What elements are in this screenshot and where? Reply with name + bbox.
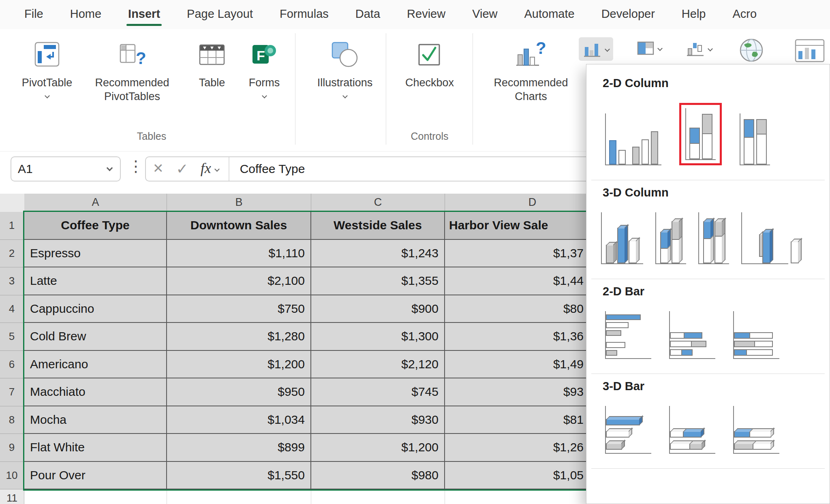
- cell[interactable]: Espresso: [24, 240, 167, 268]
- insert-statistic-chart-button[interactable]: [682, 37, 716, 60]
- cell[interactable]: $2,100: [167, 267, 311, 295]
- clustered-column-3d-icon[interactable]: [601, 212, 643, 264]
- cell[interactable]: $1,550: [167, 462, 311, 490]
- cell[interactable]: Mocha: [24, 406, 167, 434]
- insert-map-chart-button[interactable]: [734, 34, 768, 66]
- cell[interactable]: Flat White: [24, 434, 167, 462]
- row-header-6[interactable]: 6: [0, 351, 24, 379]
- row-header-11[interactable]: 11: [0, 489, 24, 504]
- cell[interactable]: $899: [167, 434, 311, 462]
- column-header-c[interactable]: C: [311, 194, 445, 212]
- table-icon: [199, 34, 225, 75]
- cell[interactable]: [311, 489, 445, 504]
- table-button[interactable]: Table: [190, 34, 234, 90]
- section-divider: [591, 374, 825, 374]
- cancel-icon[interactable]: ×: [146, 158, 171, 179]
- menu-tab-home[interactable]: Home: [60, 2, 112, 28]
- cell[interactable]: $1,355: [311, 267, 445, 295]
- column-chart-icon: [583, 41, 601, 58]
- cell[interactable]: Americano: [24, 351, 167, 379]
- illustrations-label: Illustrations: [317, 76, 373, 90]
- stacked-bar-icon[interactable]: [669, 311, 715, 359]
- clustered-bar-icon[interactable]: [605, 311, 651, 359]
- clustered-bar-3d-icon[interactable]: [605, 406, 651, 454]
- cell[interactable]: Cold Brew: [24, 323, 167, 351]
- menu-tab-insert[interactable]: Insert: [118, 2, 171, 28]
- menu-tab-file[interactable]: File: [14, 2, 54, 28]
- row-header-2[interactable]: 2: [0, 240, 24, 268]
- active-cell[interactable]: Coffee Type: [24, 212, 167, 240]
- row-header-10[interactable]: 10: [0, 462, 24, 490]
- cell[interactable]: $980: [311, 462, 445, 490]
- row-header-9[interactable]: 9: [0, 434, 24, 462]
- stacked-column-icon[interactable]: [685, 108, 716, 160]
- menu-tab-acrobat[interactable]: Acro: [722, 2, 767, 28]
- row-header-4[interactable]: 4: [0, 295, 24, 323]
- illustrations-button[interactable]: Illustrations: [306, 34, 383, 98]
- cell[interactable]: $1,243: [311, 240, 445, 268]
- column-header-a[interactable]: A: [24, 194, 167, 212]
- cell[interactable]: $950: [167, 378, 311, 406]
- svg-text:?: ?: [136, 49, 145, 67]
- cell[interactable]: [24, 489, 167, 504]
- cell[interactable]: $745: [311, 378, 445, 406]
- cell[interactable]: $2,120: [311, 351, 445, 379]
- column-3d-icon[interactable]: [741, 212, 788, 264]
- menu-tab-data[interactable]: Data: [345, 2, 391, 28]
- recommended-pivottables-button[interactable]: ? Recommended PivotTables: [83, 34, 181, 104]
- row-header-7[interactable]: 7: [0, 378, 24, 406]
- cell[interactable]: $1,034: [167, 406, 311, 434]
- cell-area: Coffee Type Downtown Sales Westside Sale…: [24, 212, 620, 504]
- ribbon-tab-bar: File Home Insert Page Layout Formulas Da…: [0, 0, 830, 29]
- menu-tab-help[interactable]: Help: [671, 2, 717, 28]
- insert-function-icon[interactable]: fx: [194, 160, 215, 178]
- svg-text:?: ?: [536, 41, 546, 58]
- name-box[interactable]: A1: [11, 156, 121, 182]
- cell[interactable]: Latte: [24, 267, 167, 295]
- cell[interactable]: [167, 489, 311, 504]
- cell[interactable]: $1,300: [311, 323, 445, 351]
- menu-tab-automate[interactable]: Automate: [514, 2, 585, 28]
- cell[interactable]: $750: [167, 295, 311, 323]
- stacked-100-column-3d-icon[interactable]: [698, 212, 729, 264]
- insert-column-or-bar-chart-button[interactable]: [579, 37, 613, 61]
- cell[interactable]: $900: [311, 295, 445, 323]
- menu-tab-view[interactable]: View: [462, 2, 508, 28]
- table-row: Pour Over $1,550 $980 $1,05: [24, 462, 620, 490]
- row-header-5[interactable]: 5: [0, 323, 24, 351]
- formula-bar-value[interactable]: Coffee Type: [229, 162, 305, 176]
- cell[interactable]: Cappuccino: [24, 295, 167, 323]
- stacked-bar-3d-icon[interactable]: [669, 406, 715, 454]
- enter-check-icon[interactable]: ✓: [171, 160, 194, 177]
- cell[interactable]: Downtown Sales: [167, 212, 311, 240]
- pivottable-button[interactable]: PivotTable: [15, 34, 79, 98]
- stacked-100-bar-icon[interactable]: [733, 311, 779, 359]
- cell[interactable]: Pour Over: [24, 462, 167, 490]
- row-header-1[interactable]: 1: [0, 212, 24, 240]
- menu-tab-formulas[interactable]: Formulas: [269, 2, 339, 28]
- cell[interactable]: $1,280: [167, 323, 311, 351]
- 3d-column-options: [586, 202, 830, 276]
- menu-tab-developer[interactable]: Developer: [591, 2, 665, 28]
- cell[interactable]: $1,200: [311, 434, 445, 462]
- cell[interactable]: Macchiato: [24, 378, 167, 406]
- menu-tab-page-layout[interactable]: Page Layout: [176, 2, 263, 28]
- recommended-charts-button[interactable]: ? Recommended Charts: [486, 34, 575, 104]
- menu-tab-review[interactable]: Review: [396, 2, 456, 28]
- cell[interactable]: $1,200: [167, 351, 311, 379]
- stacked-column-3d-icon[interactable]: [655, 212, 686, 264]
- row-header-8[interactable]: 8: [0, 406, 24, 434]
- column-header-b[interactable]: B: [167, 194, 311, 212]
- insert-hierarchy-chart-button[interactable]: [633, 37, 666, 59]
- stacked-100-bar-3d-icon[interactable]: [733, 406, 779, 454]
- cell[interactable]: $1,110: [167, 240, 311, 268]
- kebab-menu-icon[interactable]: ⋮: [128, 157, 143, 175]
- pivotchart-button[interactable]: [790, 34, 830, 66]
- cell[interactable]: $930: [311, 406, 445, 434]
- forms-button[interactable]: F Forms: [240, 34, 289, 98]
- stacked-100-column-icon[interactable]: [740, 113, 770, 165]
- checkbox-button[interactable]: Checkbox: [395, 34, 464, 90]
- clustered-column-icon[interactable]: [605, 113, 661, 165]
- row-header-3[interactable]: 3: [0, 267, 24, 295]
- cell[interactable]: Westside Sales: [311, 212, 445, 240]
